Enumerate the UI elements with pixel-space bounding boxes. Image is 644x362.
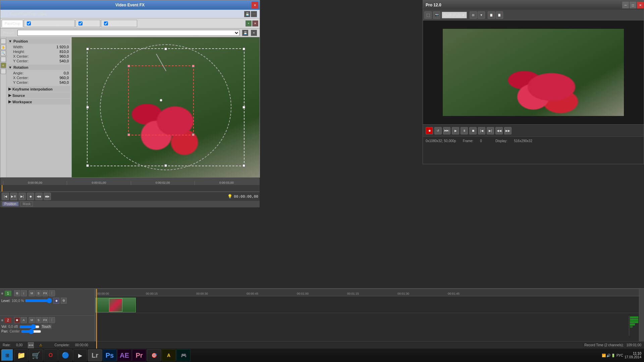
audio-record-btn[interactable]: ⏺ xyxy=(14,317,20,323)
vegas-stop-btn[interactable]: ⏹ xyxy=(469,127,477,134)
edge-handle-left[interactable] xyxy=(86,106,89,109)
height-value[interactable]: 810,0 xyxy=(59,50,69,54)
tab-add-button[interactable]: + xyxy=(246,20,252,26)
grid-chevron-btn[interactable]: ▼ xyxy=(478,11,485,19)
tool-zoom[interactable]: 🔍 xyxy=(1,51,6,56)
pan-slider[interactable] xyxy=(21,330,41,333)
tab-remove-button[interactable]: ✕ xyxy=(252,20,258,26)
tool-crosshair[interactable]: ✛ xyxy=(1,63,6,68)
taskbar-opera[interactable]: O xyxy=(44,349,58,361)
inner-corner-handle-tr[interactable] xyxy=(192,65,195,67)
copy-frame-btn[interactable]: 📋 xyxy=(488,11,495,19)
xcenter-value[interactable]: 960,0 xyxy=(59,54,69,58)
taskbar-file-explorer[interactable]: 📁 xyxy=(14,349,28,361)
preset-save-button[interactable]: 💾 xyxy=(242,30,248,36)
go-to-end-btn[interactable]: ▶| xyxy=(18,193,26,200)
rate-arrows[interactable]: ⟺ xyxy=(28,342,34,348)
audio-track-menu[interactable]: ≡ xyxy=(1,318,3,322)
taskbar-shop[interactable]: 🛒 xyxy=(29,349,43,361)
track-settings-btn[interactable]: ⚙ xyxy=(61,298,67,304)
preset-dropdown[interactable] xyxy=(17,30,239,36)
source-section-header[interactable]: ▶ Source xyxy=(8,93,70,98)
preset-delete-button[interactable]: ✕ xyxy=(251,30,257,36)
width-value[interactable]: 1 920,0 xyxy=(56,45,69,49)
taskbar-game[interactable]: 🎯 xyxy=(147,349,161,361)
play-pause-btn[interactable]: ▶⏸ xyxy=(10,193,17,200)
audio-more-btn[interactable]: ⋮ xyxy=(49,317,55,323)
options-button[interactable]: ⋯ xyxy=(251,11,257,17)
save-preset-button[interactable]: 💾 xyxy=(244,11,250,17)
rot-ycenter-value[interactable]: 540,0 xyxy=(59,80,69,84)
inner-corner-handle-br[interactable] xyxy=(192,133,195,136)
tool-pan[interactable]: ✋ xyxy=(1,45,6,50)
vegas-next-frame-btn[interactable]: ▶▶ xyxy=(504,127,512,134)
corner-handle-bl[interactable] xyxy=(86,164,89,167)
video-clip[interactable] xyxy=(96,298,136,312)
vegas-preview-btn[interactable]: ⬚ xyxy=(424,11,432,19)
inner-crop-rect[interactable] xyxy=(128,65,194,135)
audio-arm-btn[interactable]: A xyxy=(21,317,27,323)
tool-select[interactable]: ↖ xyxy=(1,39,6,44)
keyframe-btn[interactable]: ◆ xyxy=(53,298,59,304)
track-composite-btn[interactable]: ⧉ xyxy=(14,290,20,296)
vol-slider[interactable] xyxy=(19,325,40,328)
track-parent-btn[interactable]: ↕ xyxy=(21,290,27,296)
vegas-loop-btn[interactable]: ↺ xyxy=(434,127,442,134)
edge-handle-right[interactable] xyxy=(243,106,245,109)
taskbar-chrome[interactable]: 🔵 xyxy=(58,349,72,361)
audio-fx-btn[interactable]: FX xyxy=(42,317,48,323)
rotation-section-header[interactable]: ▼ Rotation xyxy=(8,65,70,70)
corner-handle-tl[interactable] xyxy=(86,48,89,50)
ycenter-value[interactable]: 540,0 xyxy=(59,59,69,63)
level-slider[interactable] xyxy=(25,299,52,302)
vegas-prev-frame-btn[interactable]: ◀◀ xyxy=(495,127,503,134)
vefx-close-button[interactable]: ✕ xyxy=(252,2,258,8)
position-section-header[interactable]: ▼ Position xyxy=(8,39,70,44)
vegas-go-start-btn[interactable]: |◀ xyxy=(478,127,485,134)
corner-handle-tr[interactable] xyxy=(243,48,245,50)
vegas-go-end-btn[interactable]: ▶| xyxy=(487,127,494,134)
prev-keyframe-btn[interactable]: ◀◆ xyxy=(35,193,43,200)
vegas-record-btn[interactable]: ⏺ xyxy=(426,127,433,134)
tab-sharpen-checkbox[interactable] xyxy=(78,21,83,25)
edge-handle-top[interactable] xyxy=(164,48,167,50)
tab-brightness-checkbox[interactable] xyxy=(27,21,31,25)
inner-corner-handle-bl[interactable] xyxy=(127,133,130,136)
vegas-maximize-button[interactable]: □ xyxy=(630,2,636,8)
quality-dropdown[interactable]: Draft (Full) ▼ xyxy=(442,12,467,18)
tab-color-checkbox[interactable] xyxy=(104,21,108,25)
taskbar-photoshop[interactable]: Ps xyxy=(103,349,117,361)
taskbar-media-player[interactable]: ▶ xyxy=(73,349,87,361)
taskbar-premiere[interactable]: Pr xyxy=(132,349,146,361)
go-to-start-btn[interactable]: |◀ xyxy=(2,193,9,200)
add-keyframe-btn[interactable]: ◆ xyxy=(27,193,34,200)
track-mute-btn[interactable]: M xyxy=(29,290,35,296)
vegas-camera-btn[interactable]: 📷 xyxy=(433,11,440,19)
tab-sharpen[interactable]: Sharpen xyxy=(75,20,101,27)
angle-value[interactable]: 0,0 xyxy=(64,71,69,75)
keyframe-section-header[interactable]: ▶ Keyframe interpolation xyxy=(8,86,70,92)
inner-corner-handle-tl[interactable] xyxy=(127,65,130,67)
vefx-playhead-area[interactable] xyxy=(0,185,260,192)
vegas-play-from-start-btn[interactable]: ▶▶| xyxy=(443,127,450,134)
taskbar-after-effects[interactable]: AE xyxy=(117,349,131,361)
paste-frame-btn[interactable]: 📋 xyxy=(496,11,503,19)
audio-solo-btn[interactable]: S xyxy=(36,317,42,323)
vegas-minimize-button[interactable]: ─ xyxy=(622,2,629,8)
track-more-btn[interactable]: ⋮ xyxy=(49,290,55,296)
audio-mute-btn[interactable]: M xyxy=(29,317,35,323)
track-fx-btn[interactable]: FX xyxy=(42,290,48,296)
track-solo-btn[interactable]: S xyxy=(36,290,42,296)
tab-color-corrector[interactable]: Color Corrector xyxy=(101,20,137,27)
next-keyframe-btn[interactable]: ◆▶ xyxy=(44,193,51,200)
workspace-section-header[interactable]: ▶ Workspace xyxy=(8,99,70,105)
grid-btn[interactable]: ⊞ xyxy=(470,11,477,19)
preview-area[interactable] xyxy=(72,37,260,177)
tab-brightness-contrast[interactable]: Brightness and Contrast xyxy=(24,20,74,27)
taskbar-screen-capture[interactable]: 🎮 xyxy=(176,349,191,361)
taskbar-typography[interactable]: A xyxy=(162,349,176,361)
rot-xcenter-value[interactable]: 960,0 xyxy=(59,76,69,80)
tool-add[interactable]: + xyxy=(1,69,6,74)
taskbar-lightroom[interactable]: Lr xyxy=(88,349,102,361)
track-menu-icon[interactable]: ≡ xyxy=(1,292,3,295)
